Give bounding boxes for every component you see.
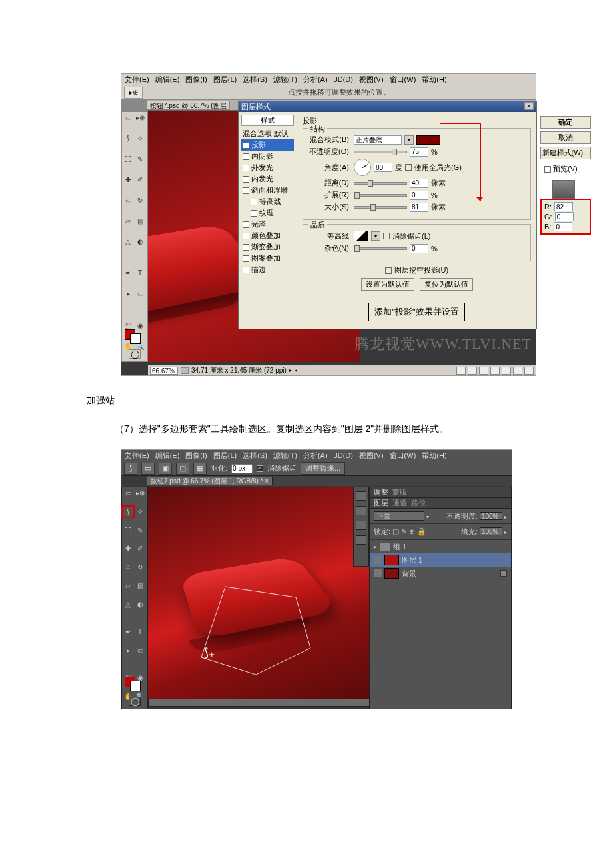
checkbox-icon[interactable] (243, 267, 249, 273)
style-blend-options[interactable]: 混合选项:默认 (241, 128, 294, 139)
size-input[interactable] (410, 203, 428, 212)
close-icon[interactable]: × (524, 102, 534, 110)
healing-brush-tool-icon[interactable]: ✚ (122, 543, 134, 554)
clone-stamp-tool-icon[interactable]: ⎌ (122, 195, 134, 206)
menu-select[interactable]: 选择(S) (243, 451, 267, 461)
spread-input[interactable] (410, 191, 428, 200)
brush-tool-icon[interactable]: ✐ (134, 543, 146, 554)
3d-camera-tool-icon[interactable]: ◉ (134, 320, 146, 331)
visibility-icon[interactable] (374, 569, 382, 577)
type-tool-icon[interactable]: T (134, 267, 146, 279)
selection-sub-icon[interactable]: ▢ (176, 463, 189, 475)
type-tool-icon[interactable]: T (134, 626, 146, 637)
lasso-tool-icon[interactable]: ⟆ (122, 133, 134, 144)
eraser-tool-icon[interactable]: ▱ (122, 215, 134, 227)
blur-tool-icon[interactable]: △ (122, 599, 134, 610)
angle-dial[interactable] (354, 159, 371, 176)
shadow-color-swatch[interactable] (416, 135, 440, 145)
menu-file[interactable]: 文件(E) (125, 451, 149, 461)
global-light-checkbox[interactable] (405, 164, 412, 171)
noise-slider[interactable] (354, 247, 407, 250)
visibility-icon[interactable] (374, 556, 382, 564)
background-color[interactable] (130, 333, 141, 344)
doc-profile-icon[interactable] (181, 367, 189, 374)
move-tool-icon[interactable]: ▸⊕ (134, 112, 146, 123)
style-outer-glow[interactable]: 外发光 (241, 162, 294, 173)
history-brush-tool-icon[interactable]: ↻ (134, 561, 146, 573)
menu-image[interactable]: 图像(I) (185, 451, 207, 461)
blend-mode-select[interactable]: 正片叠底 (354, 135, 402, 145)
new-style-button[interactable]: 新建样式(W)... (540, 147, 591, 159)
cancel-button[interactable]: 取消 (540, 131, 591, 144)
spread-slider[interactable] (354, 194, 407, 197)
history-panel-icon[interactable] (356, 491, 366, 501)
checkbox-icon[interactable] (243, 176, 249, 183)
quick-mask-icon[interactable]: ◯ (129, 697, 141, 706)
style-color-overlay[interactable]: 颜色叠加 (241, 230, 294, 241)
trash-icon[interactable] (524, 367, 534, 375)
background-color[interactable] (130, 681, 141, 691)
polygonal-lasso-icon[interactable]: ⟆ (124, 463, 137, 475)
menu-edit[interactable]: 编辑(E) (155, 75, 180, 85)
style-satin[interactable]: 光泽 (241, 219, 294, 230)
menu-3d[interactable]: 3D(D) (334, 75, 353, 83)
g-input[interactable] (555, 212, 574, 221)
dropdown-icon[interactable]: ▾ (371, 231, 380, 241)
crop-tool-icon[interactable]: ⛶ (122, 525, 134, 536)
angle-input[interactable] (374, 163, 392, 172)
tab-paths[interactable]: 路径 (411, 498, 426, 508)
size-slider[interactable] (354, 206, 407, 209)
checkbox-icon[interactable] (243, 255, 249, 262)
antialias-checkbox[interactable] (383, 233, 390, 239)
menu-view[interactable]: 视图(V) (359, 75, 384, 85)
menu-3d[interactable]: 3D(D) (334, 451, 353, 459)
scroll-right-icon[interactable]: ◂ (295, 367, 297, 373)
opacity-input[interactable] (410, 147, 428, 157)
distance-input[interactable] (410, 179, 428, 188)
style-stroke[interactable]: 描边 (241, 264, 294, 275)
eyedropper-tool-icon[interactable]: ✎ (134, 525, 146, 536)
layer-thumbnail[interactable] (384, 555, 399, 565)
style-texture[interactable]: 纹理 (241, 207, 294, 219)
layer-thumbnail[interactable] (384, 568, 399, 579)
dodge-tool-icon[interactable]: ◐ (134, 236, 146, 247)
menu-help[interactable]: 帮助(H) (422, 451, 446, 461)
selection-add-icon[interactable]: ▣ (159, 463, 172, 475)
folder-icon[interactable] (502, 367, 511, 375)
history-brush-tool-icon[interactable]: ↻ (134, 195, 146, 206)
path-select-tool-icon[interactable]: ▸ (122, 288, 134, 299)
preview-checkbox[interactable] (544, 166, 551, 173)
dodge-tool-icon[interactable]: ◐ (134, 599, 146, 610)
tab-masks[interactable]: 蒙版 (392, 487, 407, 497)
menu-window[interactable]: 窗口(W) (390, 75, 416, 85)
scroll-left-icon[interactable]: ▸ (289, 367, 292, 373)
checkbox-icon[interactable] (243, 187, 249, 194)
marquee-tool-icon[interactable]: ▭ (122, 487, 134, 499)
gradient-tool-icon[interactable]: ▤ (134, 580, 146, 591)
panel-collapse[interactable] (121, 476, 147, 486)
checkbox-icon[interactable] (243, 142, 249, 149)
panel-collapse[interactable] (121, 100, 147, 111)
styles-header[interactable]: 样式 (241, 115, 294, 126)
checkbox-icon[interactable] (243, 153, 249, 160)
fx-icon[interactable] (468, 367, 477, 375)
menu-window[interactable]: 窗口(W) (390, 451, 416, 461)
antialias-checkbox[interactable] (257, 465, 263, 472)
style-contour[interactable]: 等高线 (241, 196, 294, 207)
marquee-tool-icon[interactable]: ▭ (122, 112, 134, 123)
knockout-checkbox[interactable] (385, 267, 392, 274)
blend-mode-select[interactable]: 正常 (374, 511, 424, 521)
magic-wand-tool-icon[interactable]: ✧ (134, 506, 146, 517)
style-inner-shadow[interactable]: 内阴影 (241, 151, 294, 162)
eyedropper-tool-icon[interactable]: ✎ (134, 153, 146, 165)
menu-file[interactable]: 文件(E) (125, 75, 149, 85)
adjust-icon[interactable] (490, 367, 500, 375)
r-input[interactable] (554, 202, 573, 211)
tab-channels[interactable]: 通道 (392, 498, 407, 508)
horizontal-scrollbar[interactable] (148, 699, 370, 707)
style-gradient-overlay[interactable]: 渐变叠加 (241, 241, 294, 253)
new-icon[interactable] (513, 367, 522, 375)
refine-edge-button[interactable]: 调整边缘... (301, 462, 345, 475)
path-select-tool-icon[interactable]: ▸ (122, 645, 134, 656)
menu-analysis[interactable]: 分析(A) (303, 451, 328, 461)
